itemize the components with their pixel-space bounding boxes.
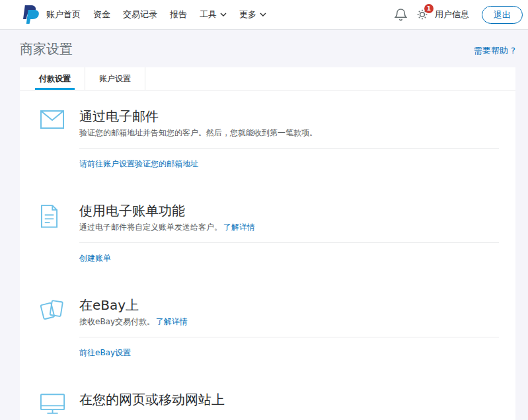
settings-tabs: 付款设置 账户设置 [20,67,515,90]
monitor-icon [40,394,65,415]
ebay-cards-icon [40,299,65,321]
create-invoice-link[interactable]: 创建账单 [79,252,111,264]
settings-card: 付款设置 账户设置 通过电子邮件 验证您的邮箱地址并告知您的客户。然后，您就能收… [20,67,515,420]
section-invoicing: 使用电子账单功能 通过电子邮件将自定义账单发送给客户。了解详情 创建账单 [20,185,515,279]
nav-item-label: 更多 [239,9,256,20]
section-description-text: 通过电子邮件将自定义账单发送给客户。 [79,223,222,232]
nav-item-home[interactable]: 账户首页 [46,9,81,20]
section-body: 在eBay上 接收eBay交易付款。了解详情 前往eBay设置 [79,297,515,359]
section-body: 使用电子账单功能 通过电子邮件将自定义账单发送给客户。了解详情 创建账单 [79,203,515,264]
paypal-logo[interactable] [23,5,40,24]
section-title: 在eBay上 [79,297,499,313]
nav-item-activity[interactable]: 交易记录 [123,9,157,20]
nav-item-label: 工具 [200,9,217,20]
ebay-settings-link[interactable]: 前往eBay设置 [79,347,131,359]
section-icon-wrap [20,297,79,359]
nav-item-tools[interactable]: 工具 [200,9,227,20]
nav-item-label: 资金 [93,9,110,20]
nav-item-label: 账户首页 [46,9,81,20]
top-navbar: 账户首页 资金 交易记录 报告 工具 更多 1 用户信息 退出 [0,0,528,30]
tab-account-settings[interactable]: 账户设置 [85,67,145,90]
verify-email-link[interactable]: 请前往账户设置验证您的邮箱地址 [79,158,198,170]
bell-icon [395,8,407,22]
section-description: 接收eBay交易付款。了解详情 [79,316,499,328]
section-description: 验证您的邮箱地址并告知您的客户。然后，您就能收到第一笔款项。 [79,127,499,139]
main-nav: 账户首页 资金 交易记录 报告 工具 更多 [46,9,266,20]
section-website: 在您的网页或移动网站上 [20,374,515,420]
logout-button[interactable]: 退出 [482,6,523,24]
envelope-icon [40,110,64,129]
help-link[interactable]: 需要帮助 ? [474,45,515,57]
section-title: 通过电子邮件 [79,108,499,124]
page-title: 商家设置 [20,40,73,58]
section-body: 通过电子邮件 验证您的邮箱地址并告知您的客户。然后，您就能收到第一笔款项。 请前… [79,108,515,170]
nav-item-label: 交易记录 [123,9,157,20]
section-description: 通过电子邮件将自定义账单发送给客户。了解详情 [79,221,499,233]
divider [79,148,499,149]
section-icon-wrap [20,392,79,420]
chevron-down-icon [260,13,266,17]
user-info-link[interactable]: 用户信息 [435,9,469,20]
divider [79,337,499,337]
nav-item-more[interactable]: 更多 [239,9,266,20]
settings-button[interactable]: 1 [416,8,429,21]
tab-payment-settings[interactable]: 付款设置 [25,67,85,90]
section-title: 使用电子账单功能 [79,203,499,219]
section-title: 在您的网页或移动网站上 [79,392,499,407]
navbar-right: 1 用户信息 退出 [395,6,523,24]
nav-item-label: 报告 [170,9,187,20]
chevron-down-icon [220,13,227,17]
section-icon-wrap [20,203,79,264]
invoice-icon [40,205,58,228]
learn-more-link[interactable]: 了解详情 [223,223,255,232]
paypal-logo-icon [23,5,40,24]
notification-badge: 1 [424,4,434,13]
section-icon-wrap [20,108,79,170]
notifications-button[interactable] [395,8,407,22]
nav-item-reports[interactable]: 报告 [170,9,187,20]
section-description-text: 接收eBay交易付款。 [79,317,155,326]
page-header: 商家设置 需要帮助 ? [20,30,515,67]
section-body: 在您的网页或移动网站上 [79,392,515,420]
section-ebay: 在eBay上 接收eBay交易付款。了解详情 前往eBay设置 [20,279,515,374]
nav-item-money[interactable]: 资金 [93,9,110,20]
divider [79,242,499,243]
learn-more-link[interactable]: 了解详情 [156,317,188,326]
section-email: 通过电子邮件 验证您的邮箱地址并告知您的客户。然后，您就能收到第一笔款项。 请前… [20,90,515,185]
